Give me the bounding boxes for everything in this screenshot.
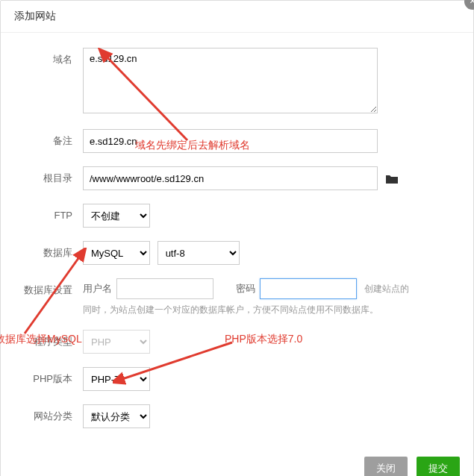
php-select[interactable]: PHP-70	[83, 367, 150, 391]
ftp-select[interactable]: 不创建	[83, 204, 150, 228]
db-help: 同时，为站点创建一个对应的数据库帐户，方便不同站点使用不同数据库。	[83, 304, 451, 316]
ftp-label: FTP	[23, 204, 83, 228]
db-pass-label: 密码	[236, 282, 255, 295]
php-label: PHP版本	[23, 367, 83, 391]
remark-label: 备注	[23, 129, 83, 153]
program-label: 程序类型	[23, 330, 83, 354]
db-tip: 创建站点的	[364, 283, 409, 295]
charset-select[interactable]: utf-8	[158, 241, 240, 265]
add-site-dialog: × 添加网站 域名 备注 根目录 FTP	[0, 0, 474, 476]
root-label: 根目录	[23, 166, 83, 190]
category-label: 网站分类	[23, 404, 83, 428]
db-pass-input[interactable]	[260, 278, 357, 299]
db-user-input[interactable]	[116, 278, 213, 299]
db-select[interactable]: MySQL	[83, 241, 150, 265]
remark-input[interactable]	[83, 129, 378, 153]
db-label: 数据库	[23, 241, 83, 265]
cancel-button[interactable]: 关闭	[364, 457, 408, 476]
program-select: PHP	[83, 330, 150, 354]
category-select[interactable]: 默认分类	[83, 404, 150, 428]
folder-icon[interactable]	[385, 174, 399, 187]
submit-button[interactable]: 提交	[417, 457, 460, 476]
domain-label: 域名	[23, 48, 83, 72]
db-user-label: 用户名	[83, 282, 112, 295]
dialog-title: 添加网站	[1, 1, 473, 33]
dialog-body: 域名 备注 根目录 FTP 不创建	[1, 33, 473, 449]
domain-input[interactable]	[83, 48, 378, 113]
root-input[interactable]	[83, 166, 378, 190]
dialog-footer: 关闭 提交	[1, 449, 473, 476]
db-settings-label: 数据库设置	[23, 278, 83, 302]
